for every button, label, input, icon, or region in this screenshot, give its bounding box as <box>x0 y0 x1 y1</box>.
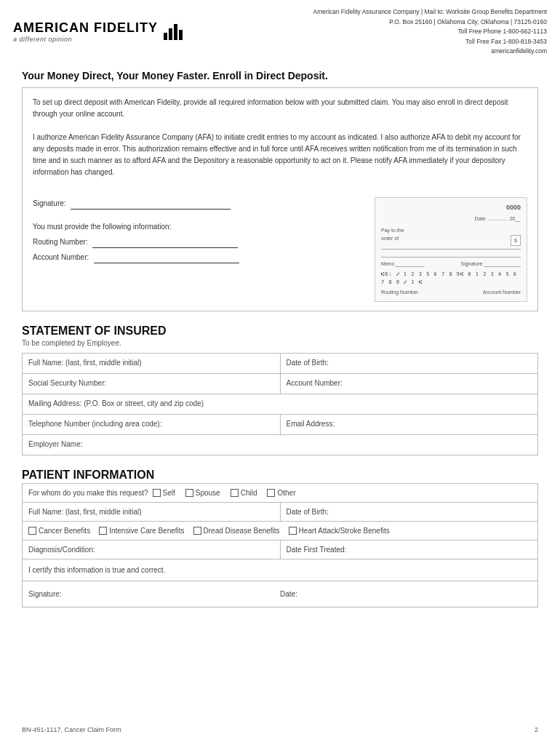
statement-heading: STATEMENT OF INSURED <box>22 324 538 338</box>
phone-cell: Telephone Number (including area code): <box>23 414 281 434</box>
dd-left: Signature: You must provide the followin… <box>33 197 363 263</box>
self-option[interactable]: Self <box>153 489 175 497</box>
footer: BN-451-1117, Cancer Claim Form 2 <box>22 726 538 733</box>
dread-label: Dread Disease Benefits <box>204 527 280 535</box>
self-label: Self <box>163 489 175 497</box>
dread-checkbox[interactable] <box>193 527 201 535</box>
check-amount-line <box>381 252 521 258</box>
other-checkbox[interactable] <box>267 489 275 497</box>
cancer-benefit[interactable]: Cancer Benefits <box>28 527 90 535</box>
table-row: Signature: Date: <box>23 581 538 607</box>
footer-right: 2 <box>535 726 538 733</box>
patient-section: PATIENT INFORMATION For whom do you make… <box>22 469 538 607</box>
child-option[interactable]: Child <box>231 489 257 497</box>
check-account-label: Account Number <box>483 288 521 296</box>
cancer-checkbox[interactable] <box>28 527 36 535</box>
sig-date-row: Signature: Date: <box>28 590 532 598</box>
dd-content: Signature: You must provide the followin… <box>33 197 527 302</box>
address-cell: Mailing Address: (P.O. Box or street, ci… <box>23 394 538 414</box>
spouse-option[interactable]: Spouse <box>185 489 220 497</box>
table-row: Employer Name: <box>23 434 538 455</box>
statement-section: STATEMENT OF INSURED To be completed by … <box>22 324 538 455</box>
signature-row: Signature: <box>33 197 363 210</box>
logo-sub: a different opinion <box>13 36 158 43</box>
signature-line <box>71 197 231 210</box>
child-label: Child <box>241 489 257 497</box>
check-routing-label: Routing Number <box>381 288 418 296</box>
patient-name-cell: Full Name: (last, first, middle initial) <box>23 502 281 521</box>
logo-bars-icon <box>164 24 183 40</box>
forwhom-label: For whom do you make this request? <box>28 489 148 497</box>
child-checkbox[interactable] <box>231 489 239 497</box>
account-label: Account Number: <box>33 253 89 261</box>
footer-left: BN-451-1117, Cancer Claim Form <box>22 726 121 733</box>
date-label: Date: <box>280 590 297 598</box>
patient-heading: PATIENT INFORMATION <box>22 469 538 482</box>
bar1-icon <box>164 33 167 40</box>
benefits-row: Cancer Benefits Intensive Care Benefits … <box>28 527 532 535</box>
accountnum-cell: Account Number: <box>280 373 538 394</box>
check-dollar-box: $ <box>511 235 521 246</box>
bar3-icon <box>174 24 177 40</box>
other-label: Other <box>277 489 295 497</box>
check-number: 0000 <box>381 202 521 212</box>
logo-area: American Fidelity a different opinion <box>13 21 183 44</box>
statement-table: Full Name: (last, first, middle initial)… <box>22 353 538 455</box>
spouse-label: Spouse <box>196 489 220 497</box>
logo-text: American Fidelity <box>13 21 158 36</box>
statement-sub: To be completed by Employee. <box>22 339 538 347</box>
check-graphic: 0000 Date: .............. 20__ Pay to th… <box>375 197 527 302</box>
dd-para1: To set up direct deposit with American F… <box>33 97 527 120</box>
routing-label: Routing Number: <box>33 238 88 246</box>
routing-line <box>92 236 238 248</box>
patient-dob-cell: Date of Birth: <box>280 502 538 521</box>
email-cell: Email Address: <box>280 414 538 434</box>
other-option[interactable]: Other <box>267 489 295 497</box>
table-row: Full Name: (last, first, middle initial)… <box>23 353 538 373</box>
table-row: Cancer Benefits Intensive Care Benefits … <box>23 521 538 540</box>
dread-disease-benefit[interactable]: Dread Disease Benefits <box>193 527 280 535</box>
table-row: Diagnosis/Condition: Date First Treated: <box>23 540 538 559</box>
table-row: Social Security Number: Account Number: <box>23 373 538 394</box>
account-line <box>94 251 239 263</box>
check-bottom-row: Memo ___________ Signature _____________ <box>381 260 521 268</box>
check-routing-account-labels: Routing Number Account Number <box>381 288 521 296</box>
spouse-checkbox[interactable] <box>185 489 193 497</box>
dob-cell: Date of Birth: <box>280 353 538 373</box>
routing-row: Routing Number: <box>33 236 363 248</box>
intensive-checkbox[interactable] <box>99 527 107 535</box>
signature-label: Signature: <box>33 199 66 207</box>
check-signature: Signature _____________ <box>460 260 521 268</box>
bar4-icon <box>179 30 183 40</box>
first-treated-cell: Date First Treated: <box>280 540 538 559</box>
heart-checkbox[interactable] <box>289 527 297 535</box>
ssn-cell: Social Security Number: <box>23 373 281 394</box>
forwhom-cell: For whom do you make this request? Self … <box>23 483 538 502</box>
bar2-icon <box>169 28 172 40</box>
certify-cell: I certify this information is true and c… <box>23 559 538 581</box>
cancer-label: Cancer Benefits <box>39 527 90 535</box>
diagnosis-cell: Diagnosis/Condition: <box>23 540 281 559</box>
check-payto-line: $ <box>381 244 521 250</box>
table-row: I certify this information is true and c… <box>23 559 538 581</box>
heart-label: Heart Attack/Stroke Benefits <box>299 527 390 535</box>
intensive-care-benefit[interactable]: Intensive Care Benefits <box>99 527 184 535</box>
table-row: Full Name: (last, first, middle initial)… <box>23 502 538 521</box>
patient-table: For whom do you make this request? Self … <box>22 483 538 607</box>
forwhom-row: For whom do you make this request? Self … <box>28 489 532 497</box>
self-checkbox[interactable] <box>153 489 161 497</box>
benefits-cell: Cancer Benefits Intensive Care Benefits … <box>23 521 538 540</box>
table-row: For whom do you make this request? Self … <box>23 483 538 502</box>
account-row: Account Number: <box>33 251 363 263</box>
must-provide-label: You must provide the following informati… <box>33 221 363 233</box>
page: American Fidelity a different opinion Am… <box>0 0 560 745</box>
sig-date-cell: Signature: Date: <box>23 581 538 607</box>
heart-attack-benefit[interactable]: Heart Attack/Stroke Benefits <box>289 527 390 535</box>
direct-deposit-box: To set up direct deposit with American F… <box>22 87 538 311</box>
check-image: 0000 Date: .............. 20__ Pay to th… <box>375 197 527 302</box>
dd-para2: I authorize American Fidelity Assurance … <box>33 132 527 178</box>
direct-deposit-title: Your Money Direct, Your Money Faster. En… <box>22 70 538 81</box>
sig-cell: Signature: <box>28 590 280 598</box>
main-content: Your Money Direct, Your Money Faster. En… <box>0 63 560 635</box>
table-row: Telephone Number (including area code): … <box>23 414 538 434</box>
